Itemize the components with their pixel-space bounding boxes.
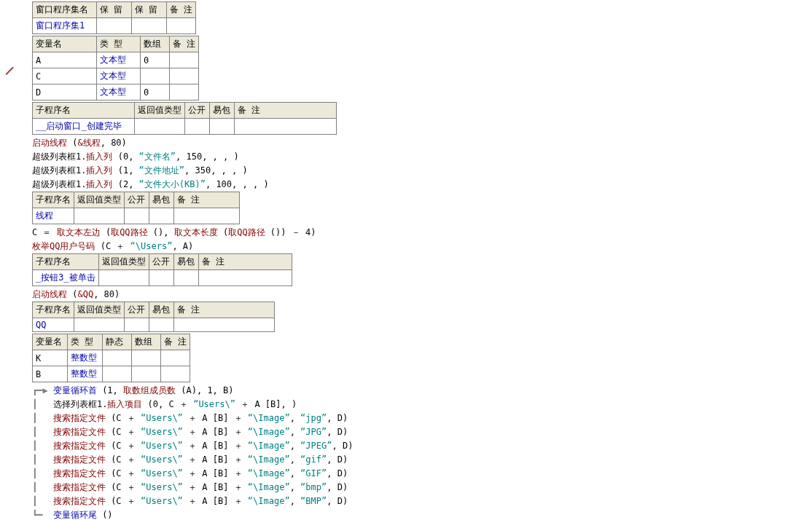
- table-row[interactable]: 窗口程序集1: [33, 18, 196, 34]
- table-row[interactable]: K整数型: [33, 350, 190, 366]
- th: 数组: [141, 36, 170, 52]
- th: 备 注: [161, 334, 190, 350]
- code-editor[interactable]: 窗口程序集名 保 留 保 留 备 注 窗口程序集1 变量名 类 型 数组 备 注…: [32, 0, 812, 520]
- th: 类 型: [68, 334, 103, 350]
- table-row[interactable]: D文本型0: [33, 84, 199, 101]
- code-line[interactable]: ┃ 搜索指定文件 (C ＋ “Users\” ＋ A [B] ＋ “\Image…: [32, 425, 812, 439]
- th: 数组: [132, 334, 161, 350]
- th: 易包: [149, 192, 174, 208]
- th: 公开: [125, 192, 149, 208]
- th: 变量名: [33, 334, 68, 350]
- table-row[interactable]: 线程: [33, 208, 240, 224]
- th: 备 注: [174, 192, 240, 208]
- th: 子程序名: [33, 254, 99, 270]
- table-row[interactable]: B整数型: [33, 366, 190, 382]
- table-sub-4: 子程序名 返回值类型 公开 易包 备 注 QQ: [32, 302, 275, 332]
- th: 类 型: [97, 36, 141, 52]
- code-line[interactable]: ┃ 选择列表框1.插入项目 (0, C ＋ “Users\” ＋ A [B], …: [32, 398, 812, 411]
- th: 静态: [103, 334, 132, 350]
- table-row[interactable]: QQ: [33, 318, 275, 332]
- table-row[interactable]: A文本型0: [33, 52, 199, 68]
- th: 窗口程序集名: [33, 2, 97, 18]
- th: 公开: [185, 103, 210, 119]
- th: 子程序名: [33, 103, 135, 119]
- table-sub-1: 子程序名 返回值类型 公开 易包 备 注 __启动窗口_创建完毕: [32, 102, 337, 135]
- th: 备 注: [174, 302, 275, 318]
- marker-icon: [0, 60, 14, 75]
- table-variables-1: 变量名 类 型 数组 备 注 A文本型0 C文本型 D文本型0: [32, 36, 199, 101]
- th: 返回值类型: [74, 302, 125, 318]
- table-sub-3: 子程序名 返回值类型 公开 易包 备 注 _按钮3_被单击: [32, 253, 292, 286]
- th: 返回值类型: [135, 103, 185, 119]
- th: 易包: [149, 302, 174, 318]
- table-row[interactable]: __启动窗口_创建完毕: [33, 119, 337, 135]
- table-row[interactable]: C文本型: [33, 68, 199, 84]
- th: 备 注: [235, 103, 337, 119]
- code-line[interactable]: 超级列表框1.插入列 (0, “文件名”, 150, , , ): [32, 150, 812, 164]
- th: 备 注: [167, 2, 196, 18]
- th: 变量名: [33, 36, 97, 52]
- th: 返回值类型: [98, 254, 149, 270]
- table-sub-2: 子程序名 返回值类型 公开 易包 备 注 线程: [32, 192, 240, 224]
- th: 易包: [173, 254, 198, 270]
- code-line[interactable]: 超级列表框1.插入列 (1, “文件地址”, 350, , , ): [32, 164, 812, 178]
- code-line[interactable]: 枚举QQ用户号码 (C ＋ “\Users”, A): [32, 240, 812, 253]
- code-line[interactable]: ┃ 搜索指定文件 (C ＋ “Users\” ＋ A [B] ＋ “\Image…: [32, 453, 812, 467]
- code-line[interactable]: 启动线程 (&线程, 80): [32, 136, 812, 150]
- th: 子程序名: [33, 192, 74, 208]
- th: 保 留: [132, 2, 167, 18]
- code-line[interactable]: ┃ 搜索指定文件 (C ＋ “Users\” ＋ A [B] ＋ “\Image…: [32, 481, 812, 495]
- th: 返回值类型: [74, 192, 125, 208]
- table-variables-2: 变量名 类 型 静态 数组 备 注 K整数型 B整数型: [32, 334, 190, 382]
- th: 备 注: [170, 36, 199, 52]
- code-line[interactable]: C ＝ 取文本左边 (取QQ路径 (), 取文本长度 (取QQ路径 ()) － …: [32, 226, 812, 240]
- th: 保 留: [97, 2, 132, 18]
- code-line[interactable]: ┃ 搜索指定文件 (C ＋ “Users\” ＋ A [B] ＋ “\Image…: [32, 439, 812, 453]
- th: 公开: [149, 254, 173, 270]
- code-line[interactable]: ┃ 搜索指定文件 (C ＋ “Users\” ＋ A [B] ＋ “\Image…: [32, 411, 812, 425]
- gutter: [0, 63, 15, 73]
- code-line[interactable]: ┃ 搜索指定文件 (C ＋ “Users\” ＋ A [B] ＋ “\Image…: [32, 495, 812, 508]
- code-line[interactable]: ┗━ 变量循环尾 (): [32, 508, 812, 520]
- code-line[interactable]: 启动线程 (&QQ, 80): [32, 288, 812, 302]
- th: 子程序名: [33, 302, 74, 318]
- code-line[interactable]: ┏━▶ 变量循环首 (1, 取数组成员数 (A), 1, B): [32, 384, 812, 398]
- table-window-assembly: 窗口程序集名 保 留 保 留 备 注 窗口程序集1: [32, 1, 196, 34]
- th: 易包: [210, 103, 235, 119]
- table-row[interactable]: _按钮3_被单击: [33, 270, 292, 286]
- th: 备 注: [198, 254, 292, 270]
- code-line[interactable]: 超级列表框1.插入列 (2, “文件大小(KB)”, 100, , , ): [32, 178, 812, 192]
- th: 公开: [125, 302, 149, 318]
- code-line[interactable]: ┃ 搜索指定文件 (C ＋ “Users\” ＋ A [B] ＋ “\Image…: [32, 467, 812, 481]
